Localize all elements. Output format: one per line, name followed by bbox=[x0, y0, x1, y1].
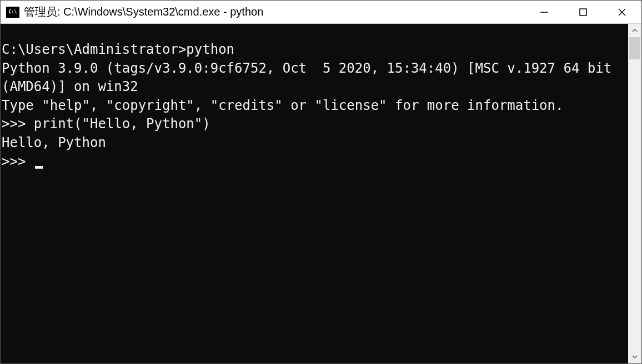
terminal-line: >>> bbox=[2, 153, 627, 171]
maximize-button[interactable] bbox=[564, 1, 603, 23]
close-button[interactable] bbox=[603, 1, 641, 23]
maximize-icon bbox=[578, 7, 588, 17]
terminal-line: C:\Users\Administrator>python bbox=[2, 41, 627, 59]
window-controls bbox=[525, 1, 641, 23]
chevron-up-icon bbox=[631, 27, 638, 34]
app-icon-text: C:\ bbox=[9, 9, 17, 14]
terminal-line: >>> print("Hello, Python") bbox=[2, 115, 627, 134]
cmd-window: C:\ 管理员: C:\Windows\System32\cmd.exe - p… bbox=[0, 0, 642, 364]
app-icon: C:\ bbox=[6, 7, 19, 18]
scroll-down-arrow[interactable] bbox=[628, 350, 641, 363]
terminal-line: Python 3.9.0 (tags/v3.9.0:9cf6752, Oct 5… bbox=[2, 59, 627, 97]
scroll-track[interactable] bbox=[628, 37, 641, 350]
terminal-line: Hello, Python bbox=[2, 134, 627, 153]
window-title: 管理员: C:\Windows\System32\cmd.exe - pytho… bbox=[24, 4, 525, 19]
close-icon bbox=[617, 7, 627, 17]
titlebar[interactable]: C:\ 管理员: C:\Windows\System32\cmd.exe - p… bbox=[1, 1, 641, 24]
scroll-up-arrow[interactable] bbox=[628, 24, 641, 37]
content-area: C:\Users\Administrator>pythonPython 3.9.… bbox=[1, 24, 641, 363]
svg-rect-1 bbox=[580, 9, 586, 16]
scroll-thumb[interactable] bbox=[629, 37, 640, 59]
vertical-scrollbar[interactable] bbox=[628, 24, 641, 363]
terminal-output[interactable]: C:\Users\Administrator>pythonPython 3.9.… bbox=[1, 24, 628, 363]
chevron-down-icon bbox=[631, 353, 638, 360]
terminal-cursor bbox=[35, 166, 43, 169]
terminal-line: Type "help", "copyright", "credits" or "… bbox=[2, 97, 627, 115]
minimize-icon bbox=[539, 7, 549, 17]
minimize-button[interactable] bbox=[525, 1, 564, 23]
